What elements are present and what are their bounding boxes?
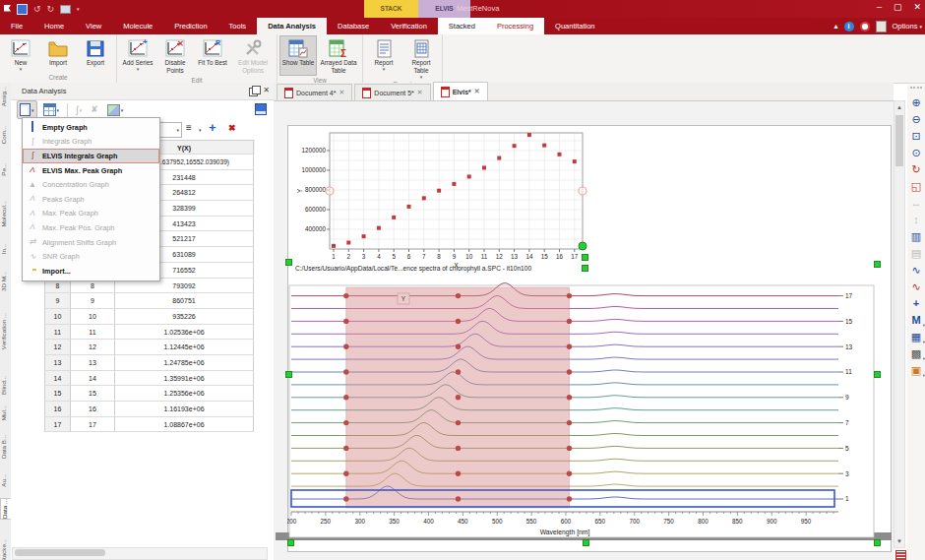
display-mode-icon[interactable]: ▦▾ — [908, 330, 924, 345]
resize-handle[interactable] — [285, 259, 292, 266]
import-button[interactable]: Import — [39, 35, 77, 73]
print-icon[interactable] — [60, 5, 71, 14]
peaks-icon[interactable]: ∿ — [908, 263, 924, 279]
add-row-button[interactable]: + — [209, 120, 216, 135]
context-tab-quantitation[interactable]: Quantitation — [544, 18, 605, 34]
row-header[interactable]: 9 — [44, 293, 71, 309]
document-tab-document-5-[interactable]: Document 5*✕ — [354, 84, 430, 100]
undo-icon[interactable]: ↺ — [33, 3, 41, 15]
delete-row-button[interactable]: ✖ — [228, 123, 236, 133]
page-grid-icon[interactable] — [895, 550, 906, 560]
side-tab-in[interactable]: In... — [0, 244, 11, 254]
menu-tab-molecule[interactable]: Molecule — [112, 18, 163, 34]
resize-handle[interactable] — [583, 539, 589, 546]
cell[interactable]: 13 — [71, 355, 115, 371]
row-header[interactable]: 17 — [44, 417, 71, 433]
context-tab-stacked[interactable]: Stacked — [438, 18, 486, 34]
menu-tab-verification[interactable]: Verification — [380, 18, 438, 34]
row-header[interactable]: 13 — [44, 355, 71, 371]
resize-handle[interactable] — [287, 539, 294, 546]
manual-icon[interactable] — [876, 21, 887, 32]
close-tab-icon[interactable]: ✕ — [339, 89, 344, 96]
row-header[interactable]: 15 — [44, 386, 71, 402]
options-button[interactable]: Options ▾ — [893, 22, 922, 31]
add-series-button[interactable]: +Add Series▾ — [119, 35, 156, 76]
side-tab-stacke[interactable]: Stacke... — [0, 539, 11, 560]
scatter-chart[interactable]: 4000006000008000001000000120000012345678… — [295, 128, 768, 272]
integrals-graph-button[interactable]: ∫▾ — [73, 102, 85, 118]
scroll-down-icon[interactable]: ▼ — [894, 535, 904, 547]
export-button[interactable]: Export — [77, 35, 114, 73]
side-tab-blind[interactable]: Blind... — [0, 376, 11, 395]
cell[interactable]: 1.02536e+06 — [115, 325, 254, 341]
table-row[interactable]: 99860751 — [44, 293, 255, 309]
customize-quick-access-icon[interactable]: ▾ — [77, 3, 80, 15]
cell[interactable]: 1.12445e+06 — [115, 340, 254, 355]
minimize-button[interactable]: – — [877, 2, 882, 12]
canvas-vertical-scrollbar[interactable]: ▲ ▼ — [894, 100, 905, 548]
table-row[interactable]: 13131.24785e+06 — [44, 355, 255, 371]
redo-icon[interactable]: ↻ — [47, 3, 55, 15]
row-header[interactable]: 16 — [44, 402, 71, 417]
cell[interactable]: 9 — [71, 293, 115, 309]
table-row[interactable]: 14141.35991e+06 — [44, 371, 255, 387]
scroll-up-icon[interactable]: ▲ — [894, 101, 904, 113]
table-row[interactable]: 15151.25356e+06 — [44, 386, 255, 402]
table-row[interactable]: 17171.08867e+06 — [44, 417, 255, 433]
peak-picking-icon[interactable]: ∿ — [908, 280, 924, 295]
table-row[interactable]: 11111.02536e+06 — [44, 325, 255, 341]
side-tab-com[interactable]: Com... — [0, 126, 11, 144]
menu-item-peaks-graph[interactable]: ΛPeaks Graph — [23, 192, 159, 207]
menu-item-elvis-integrals-graph[interactable]: ∫ELViS Integrals Graph — [23, 149, 159, 163]
menu-tab-tools[interactable]: Tools — [218, 18, 258, 34]
row-header[interactable]: 12 — [44, 340, 71, 355]
menu-item-max-peak-pos-graph[interactable]: ΛMax. Peak Pos. Graph — [23, 220, 159, 235]
spectrum-path-caption[interactable]: C:/Users/Usuario/AppData/Local/Te...ence… — [295, 265, 531, 272]
full-view-icon[interactable]: ⊙ — [908, 146, 924, 161]
side-tab-molecul[interactable]: Molecul... — [0, 201, 11, 226]
new-button[interactable]: New▾ — [2, 35, 39, 73]
table-row[interactable]: 16161.16193e+06 — [44, 402, 255, 417]
cell[interactable]: 17 — [71, 417, 115, 433]
menu-tab-prediction[interactable]: Prediction — [163, 18, 217, 34]
cut-button[interactable]: ✘ — [88, 102, 101, 117]
copy-zoom-icon[interactable]: ◱ — [908, 179, 924, 195]
increase-intensity-icon[interactable]: ▥ — [908, 229, 924, 245]
cell[interactable]: 1.16193e+06 — [115, 402, 254, 417]
cell[interactable]: 10 — [71, 309, 115, 325]
show-table-button[interactable]: Show Table — [279, 35, 317, 76]
float-panel-icon[interactable] — [249, 88, 258, 96]
menu-item-snr-graph[interactable]: ∿SNR Graph — [23, 249, 159, 264]
disable-points-button[interactable]: ✕Disable Points — [156, 35, 194, 76]
close-panel-icon[interactable]: ✕ — [263, 86, 270, 94]
close-tab-icon[interactable]: ✕ — [417, 89, 423, 96]
document-tab-document-4-[interactable]: Document 4*✕ — [277, 84, 352, 100]
menu-item-import-[interactable]: Import... — [23, 264, 159, 279]
report-button[interactable]: Report▾ — [365, 35, 402, 80]
table-row[interactable]: 12121.12445e+06 — [44, 340, 255, 355]
side-tab-mul[interactable]: Mul... — [0, 405, 11, 420]
list-menu-icon[interactable]: ≡ — [186, 122, 192, 133]
resize-handle[interactable] — [874, 539, 881, 546]
menu-tab-view[interactable]: View — [75, 18, 112, 34]
menu-item-alignment-shifts-graph[interactable]: ⇄Alignment Shifts Graph — [23, 235, 159, 250]
mosaic-icon[interactable]: ▩▾ — [908, 346, 924, 362]
table-row[interactable]: 1010935226 — [44, 309, 255, 325]
cell[interactable]: 935226 — [115, 309, 254, 325]
fit-to-best-button[interactable]: RFit To Best — [194, 35, 231, 76]
cell[interactable]: 12 — [71, 340, 115, 355]
cell[interactable]: 1.25356e+06 — [115, 386, 254, 402]
side-tab-au[interactable]: Au... — [0, 474, 11, 487]
info-icon[interactable]: i — [844, 22, 854, 31]
menu-item-max-peak-graph[interactable]: ΛMax. Peak Graph — [23, 207, 159, 221]
row-header[interactable]: 11 — [44, 325, 71, 341]
arrayed-data-table-button[interactable]: ΣArrayed Data Table — [317, 35, 360, 76]
row-header[interactable]: 10 — [44, 309, 71, 325]
crosshair-icon[interactable]: + — [908, 296, 924, 312]
cell[interactable]: 1.08867e+06 — [115, 417, 254, 433]
manual-zoom-icon[interactable]: ↻ — [908, 162, 924, 178]
resize-handle[interactable] — [874, 371, 881, 378]
close-button[interactable]: ✕ — [913, 2, 921, 12]
cell[interactable]: 14 — [71, 371, 115, 387]
resize-handle[interactable] — [582, 265, 588, 272]
